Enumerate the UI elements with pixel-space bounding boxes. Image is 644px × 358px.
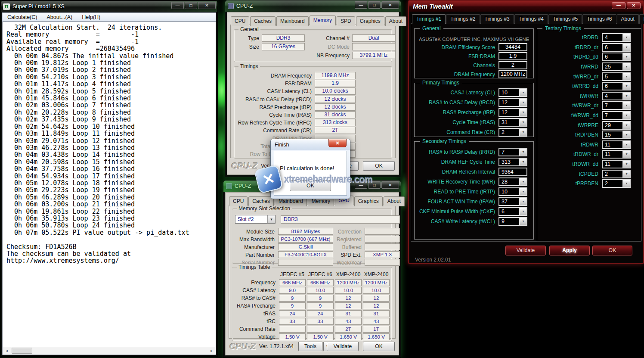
timing-spinner[interactable]: 10	[498, 88, 527, 97]
cpuz-tab[interactable]: Caches	[250, 16, 276, 26]
chevron-down-icon[interactable]	[519, 198, 526, 205]
timing-spinner[interactable]: 5	[602, 72, 631, 81]
chevron-down-icon[interactable]	[519, 89, 526, 96]
ok-button[interactable]: OK	[290, 180, 331, 191]
ok-button[interactable]: OK	[592, 246, 632, 255]
cpuz-tab[interactable]: CPU	[229, 196, 248, 206]
chevron-down-icon[interactable]	[622, 83, 630, 90]
timing-spinner[interactable]: 2	[602, 179, 631, 188]
cpuz-tab[interactable]: Mainboard	[276, 16, 309, 26]
chevron-down-icon[interactable]	[622, 180, 630, 187]
memtweakit-tab[interactable]: Timings #5	[548, 14, 582, 24]
cpuz-tab[interactable]: Memory	[310, 16, 336, 25]
cpuz-titlebar[interactable]: CPU-Z — □ ✕	[225, 0, 401, 12]
timing-spinner[interactable]: 7	[602, 101, 631, 110]
ok-button[interactable]: OK	[363, 342, 395, 351]
validate-button[interactable]: Validate	[505, 246, 546, 255]
chevron-down-icon[interactable]	[519, 188, 526, 195]
chevron-down-icon[interactable]: ▾	[267, 215, 275, 223]
chevron-down-icon[interactable]	[519, 149, 526, 156]
chevron-down-icon[interactable]	[622, 131, 630, 138]
timing-spinner[interactable]: 28	[498, 177, 527, 186]
memtweakit-tab[interactable]: Timings #1	[412, 14, 446, 24]
chevron-down-icon[interactable]	[622, 53, 630, 60]
chevron-down-icon[interactable]	[622, 141, 630, 148]
chevron-down-icon[interactable]	[622, 171, 630, 177]
memtweakit-tab[interactable]: Timings #3	[480, 14, 514, 24]
chevron-down-icon[interactable]	[519, 218, 526, 225]
maximize-button[interactable]: □	[368, 1, 381, 9]
cpuz-tab[interactable]: SPD	[337, 16, 355, 26]
timing-spinner[interactable]: 2	[602, 170, 631, 178]
chevron-down-icon[interactable]	[519, 208, 526, 215]
slot-select[interactable]: Slot #2 ▾	[235, 215, 276, 224]
chevron-down-icon[interactable]	[622, 44, 630, 51]
timing-spinner[interactable]: 29	[602, 121, 631, 130]
chevron-down-icon[interactable]	[519, 109, 526, 116]
cpuz-tab[interactable]: About	[385, 16, 406, 26]
timing-spinner[interactable]: 6	[602, 43, 631, 52]
tools-button[interactable]: Tools	[298, 342, 322, 351]
timing-spinner[interactable]: 313	[498, 158, 527, 166]
close-button[interactable]: ✕	[198, 2, 216, 9]
minimize-button[interactable]: —	[612, 2, 625, 9]
chevron-down-icon[interactable]	[519, 159, 526, 165]
chevron-down-icon[interactable]	[519, 129, 526, 136]
memtweakit-tab[interactable]: Timings #4	[514, 14, 548, 24]
chevron-down-icon[interactable]	[622, 93, 630, 100]
timing-spinner[interactable]: 4	[602, 92, 631, 100]
timing-spinner[interactable]: 11	[602, 140, 631, 149]
minimize-button[interactable]: —	[355, 181, 367, 189]
chevron-down-icon[interactable]	[622, 73, 630, 80]
cpuz-tab[interactable]: About	[384, 196, 405, 206]
chevron-down-icon[interactable]	[519, 119, 526, 126]
cpuz-tab[interactable]: CPU	[231, 16, 249, 26]
menu-item[interactable]: Calculate(C)	[3, 14, 42, 20]
minimize-button[interactable]: —	[355, 1, 367, 9]
menu-item[interactable]: About...(A)	[42, 14, 77, 20]
superpi-titlebar[interactable]: π Super PI / mod1.5 XS — □ ✕	[1, 1, 217, 12]
apply-button[interactable]: Apply	[549, 246, 590, 255]
close-button[interactable]: ✕	[381, 181, 399, 189]
timing-spinner[interactable]: 11	[602, 160, 631, 168]
validate-button[interactable]: Validate	[327, 342, 359, 351]
timing-spinner[interactable]: 6	[498, 207, 527, 216]
timing-spinner[interactable]: 9364	[498, 168, 527, 176]
maximize-button[interactable]: □	[368, 181, 381, 189]
timing-spinner[interactable]: 25	[602, 62, 631, 71]
ok-button[interactable]: OK	[363, 161, 395, 171]
chevron-down-icon[interactable]	[622, 151, 630, 158]
maximize-button[interactable]: □	[185, 2, 197, 9]
menu-item[interactable]: Help(H)	[77, 14, 105, 20]
timing-spinner[interactable]: 4	[602, 33, 631, 42]
timing-spinner[interactable]: 15	[602, 131, 631, 139]
close-button[interactable]: ✕	[328, 139, 347, 147]
timing-spinner[interactable]: 12	[498, 108, 527, 117]
chevron-down-icon[interactable]	[622, 102, 630, 109]
timing-spinner[interactable]: 7	[602, 111, 631, 120]
timing-spinner[interactable]: 6	[602, 53, 631, 61]
timing-spinner[interactable]: 6	[602, 82, 631, 90]
timing-spinner[interactable]: 10	[498, 187, 527, 196]
cpuz-tab[interactable]: Caches	[248, 196, 274, 206]
scroll-right-icon[interactable]: ▸	[208, 347, 215, 354]
chevron-down-icon[interactable]	[622, 122, 630, 129]
close-button[interactable]: ✕	[381, 1, 399, 9]
scrollbar-thumb[interactable]	[12, 348, 32, 354]
cpuz-tab[interactable]: Graphics	[354, 196, 383, 206]
cpuz-tab[interactable]: Graphics	[356, 16, 384, 26]
horizontal-scrollbar[interactable]: ◂ ▸	[3, 347, 215, 354]
timing-spinner[interactable]: 7	[498, 148, 527, 156]
chevron-down-icon[interactable]	[622, 161, 630, 168]
memtweakit-titlebar[interactable]: Mem TweakIt	[409, 1, 643, 12]
minimize-button[interactable]: —	[171, 2, 184, 9]
chevron-down-icon[interactable]	[519, 99, 526, 106]
scroll-left-icon[interactable]: ◂	[3, 347, 10, 354]
timing-spinner[interactable]: 2	[498, 128, 527, 137]
timing-spinner[interactable]: 9	[498, 217, 527, 226]
chevron-down-icon[interactable]	[622, 34, 630, 41]
chevron-down-icon[interactable]	[622, 63, 630, 70]
memtweakit-tab[interactable]: Timings #6	[582, 14, 616, 24]
chevron-down-icon[interactable]	[519, 178, 526, 185]
chevron-down-icon[interactable]	[622, 112, 630, 119]
